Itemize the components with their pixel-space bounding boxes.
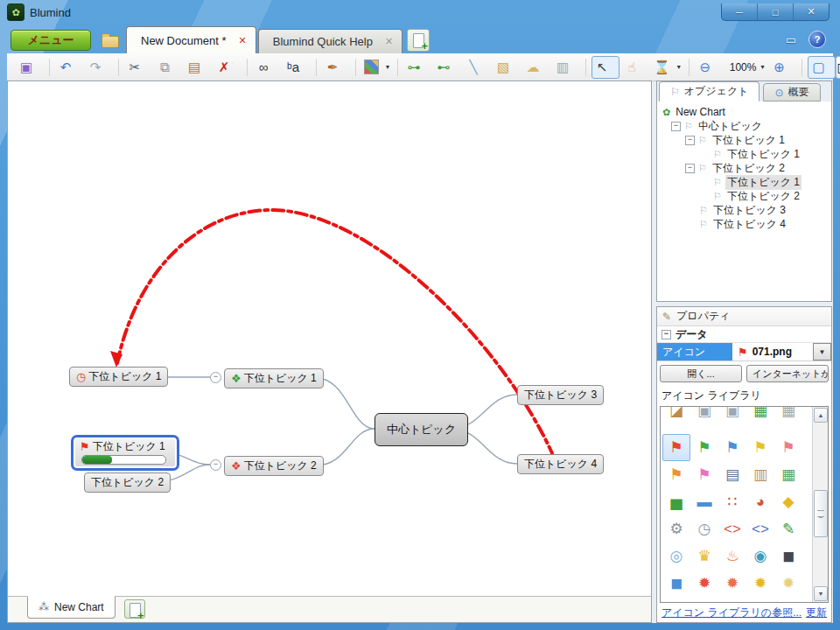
theme-colors-button[interactable]: ▾ <box>361 56 392 79</box>
tab-objects[interactable]: ⚐ オブジェクト <box>659 81 760 102</box>
close-button[interactable]: ✕ <box>794 4 829 20</box>
scroll-down-icon[interactable]: ▼ <box>814 586 828 601</box>
timer-tool-button[interactable]: ⌛ ▾ <box>651 56 683 79</box>
library-icon[interactable]: ◼ <box>662 570 690 597</box>
tree-expander-icon[interactable]: − <box>685 136 695 145</box>
library-icon-selected-071[interactable]: ⚑ <box>662 434 690 461</box>
internet-icon-button[interactable]: インターネットから... <box>746 365 829 382</box>
library-icon[interactable]: ⚑ <box>662 461 690 488</box>
zoom-in-button[interactable]: ⊕ <box>768 56 796 79</box>
find-button[interactable]: ∞ <box>253 56 281 79</box>
library-icon[interactable]: ✿ <box>690 597 718 603</box>
open-icon-button[interactable]: 開く... <box>660 365 742 382</box>
mid-subtopic-node-1[interactable]: ❖ 下位トピック 1 <box>224 368 324 388</box>
delete-button[interactable]: ✗ <box>214 56 242 79</box>
library-icon[interactable]: ▦ <box>774 461 802 488</box>
library-icon[interactable]: ✿ <box>662 597 690 603</box>
tray-icon[interactable]: ▭ <box>786 33 796 46</box>
library-icon[interactable]: ♛ <box>690 542 718 570</box>
redo-button[interactable]: ↷ <box>85 56 113 79</box>
tree-expander-icon[interactable]: − <box>685 164 695 173</box>
selected-subtopic-node-1[interactable]: ⚑ 下位トピック 1 <box>71 435 179 471</box>
central-topic-node[interactable]: 中心トピック <box>374 413 468 446</box>
relationship-curve[interactable] <box>117 210 552 453</box>
library-icon[interactable]: <> <box>718 515 746 542</box>
mid-subtopic-node-2[interactable]: ❖ 下位トピック 2 <box>224 456 324 476</box>
minimize-button[interactable]: ─ <box>722 4 758 20</box>
tree-item[interactable]: ⚐ 下位トピック 3 <box>659 203 830 217</box>
sheet-tab-new-chart[interactable]: ⁂ New Chart <box>27 596 116 619</box>
library-icon[interactable]: ✹ <box>718 570 746 597</box>
format-painter-button[interactable]: ✒ <box>322 56 350 79</box>
library-icon[interactable]: <> <box>746 515 774 542</box>
insert-link-line-button[interactable]: ╲ <box>463 56 491 79</box>
rename-button[interactable]: ᵇa <box>283 56 311 79</box>
library-icon[interactable]: ▥ <box>746 461 774 488</box>
insert-image-button[interactable]: ▧ <box>493 56 521 79</box>
library-icon[interactable]: ▤ <box>718 461 746 488</box>
library-icon[interactable]: ◉ <box>746 542 774 570</box>
tab-new-document[interactable]: New Document * ✕ <box>126 26 256 53</box>
tree-item-central-topic[interactable]: − ⚐ 中心トピック <box>659 119 830 133</box>
library-icon[interactable]: ◷ <box>690 515 718 542</box>
library-icon[interactable]: ▦ <box>774 407 802 434</box>
subtopic-node-3[interactable]: 下位トピック 3 <box>517 385 604 405</box>
group-expander-icon[interactable]: − <box>662 330 671 340</box>
browse-library-link[interactable]: アイコン ライブラリの参照... <box>662 606 802 620</box>
open-file-button[interactable] <box>98 30 121 51</box>
new-document-button[interactable] <box>407 29 430 52</box>
library-icon[interactable]: ∷ <box>718 488 746 515</box>
insert-progress-button[interactable]: ▥ <box>552 56 580 79</box>
library-icon[interactable]: ◎ <box>662 542 690 570</box>
library-icon[interactable]: ▣ <box>718 407 746 434</box>
library-icon[interactable]: ✹ <box>774 570 802 597</box>
tab-close-icon[interactable]: ✕ <box>385 36 393 47</box>
paste-button[interactable]: ▤ <box>184 56 212 79</box>
library-icon[interactable]: ◼ <box>774 542 802 570</box>
property-dropdown-button[interactable]: ▼ <box>813 343 831 360</box>
icon-property-row[interactable]: アイコン ⚑ 071.png ▼ <box>657 343 831 361</box>
library-icon[interactable]: ◕ <box>746 488 774 515</box>
library-icon[interactable]: ▴ <box>718 597 746 603</box>
collapse-toggle[interactable]: − <box>210 372 221 383</box>
cut-button[interactable]: ✂ <box>124 56 152 79</box>
subtopic-node-4[interactable]: 下位トピック 4 <box>517 454 604 474</box>
subtopic-node-1-alarm[interactable]: ◷ 下位トピック 1 <box>69 367 168 387</box>
zoom-level-dropdown[interactable]: 100% ▾ <box>724 56 767 79</box>
mindmap-canvas[interactable]: ◷ 下位トピック 1 ❖ 下位トピック 1 ⚑ 下位トピック 1 下位トピック … <box>7 80 652 623</box>
tree-item[interactable]: − ⚐ 下位トピック 2 <box>659 161 830 175</box>
tree-item-new-chart[interactable]: ✿ New Chart <box>659 105 830 119</box>
select-tool-button[interactable]: ↖ <box>592 56 620 79</box>
zoom-out-button[interactable]: ⊖ <box>695 56 723 79</box>
scrollbar-thumb[interactable] <box>814 490 828 537</box>
library-icon[interactable]: ▣ <box>690 407 718 434</box>
library-scrollbar[interactable]: ▲ ▼ <box>812 407 828 602</box>
add-sheet-button[interactable] <box>124 599 145 619</box>
data-group-row[interactable]: − データ <box>657 326 831 343</box>
toggle-side-panel-button[interactable]: ◨ <box>836 56 840 79</box>
library-icon[interactable]: ⚑ <box>774 434 802 461</box>
tree-expander-icon[interactable]: − <box>671 122 681 131</box>
insert-note-button[interactable]: ☁ <box>522 56 550 79</box>
library-icon[interactable]: ▬ <box>690 488 718 515</box>
insert-child-topic-button[interactable]: ⊶ <box>403 56 431 79</box>
library-icon[interactable]: ♨ <box>718 542 746 570</box>
tree-item[interactable]: ⚐ 下位トピック 2 <box>659 189 830 203</box>
library-icon[interactable]: ✎ <box>774 515 802 542</box>
library-icon[interactable]: ▅ <box>662 488 690 515</box>
tree-item[interactable]: − ⚐ 下位トピック 1 <box>659 133 830 147</box>
subtopic-node-2-plain[interactable]: 下位トピック 2 <box>84 472 171 493</box>
save-button[interactable]: ▣ <box>16 56 44 79</box>
library-icon[interactable]: ⚑ <box>718 434 746 461</box>
refresh-link[interactable]: 更新 <box>806 606 827 620</box>
tree-item-selected[interactable]: ⚐ 下位トピック 1 <box>659 175 830 189</box>
copy-button[interactable]: ⧉ <box>154 56 182 79</box>
collapse-toggle[interactable]: − <box>210 459 221 471</box>
library-icon[interactable]: ▴ <box>746 597 774 603</box>
library-icon[interactable]: ◪ <box>662 407 690 434</box>
fit-window-button[interactable]: ▢ <box>808 56 836 79</box>
library-icon[interactable]: ⚑ <box>746 434 774 461</box>
library-icon[interactable]: ⚑ <box>690 434 718 461</box>
tree-item[interactable]: ⚐ 下位トピック 1 <box>659 147 830 161</box>
scroll-up-icon[interactable]: ▲ <box>814 408 828 423</box>
